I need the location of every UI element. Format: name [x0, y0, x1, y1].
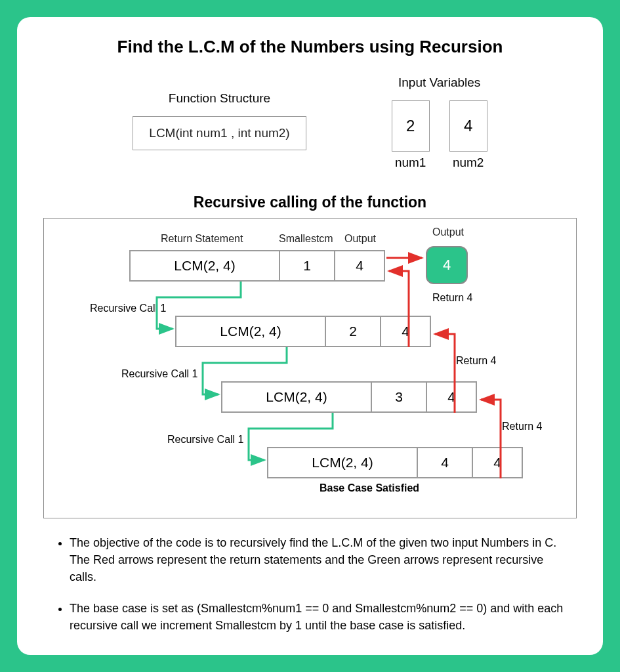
bullet-1: The base case is set as (Smallestcm%num1…: [70, 600, 564, 634]
label-ret1: Return 4: [432, 292, 472, 304]
var-boxes: 2 num1 4 num2: [392, 100, 487, 170]
header-output-badge: Output: [432, 226, 464, 238]
call-row-2: LCM(2, 4) 3 4: [221, 381, 477, 413]
call3-out: 4: [473, 448, 522, 477]
input-variables: Input Variables 2 num1 4 num2: [392, 75, 487, 170]
bullet-0: The objective of the code is to recursiv…: [70, 534, 564, 585]
header-return: Return Statement: [161, 233, 243, 245]
header-smallest: Smallestcm: [279, 233, 333, 245]
var-num2: 4 num2: [449, 100, 487, 170]
call1-out: 4: [381, 317, 430, 346]
page-title: Find the L.C.M of the Numbers using Recu…: [43, 37, 577, 57]
main-panel: Find the L.C.M of the Numbers using Recu…: [17, 17, 603, 655]
call1-sm: 2: [326, 317, 381, 346]
function-structure: Function Structure LCM(int num1 , int nu…: [133, 91, 306, 150]
top-section: Function Structure LCM(int num1 , int nu…: [43, 75, 577, 170]
call0-sm: 1: [280, 251, 335, 280]
label-rec1: Recursive Call 1: [90, 303, 166, 314]
function-label: Function Structure: [133, 91, 306, 106]
var-num1-name: num1: [392, 156, 430, 170]
call2-fn: LCM(2, 4): [222, 383, 372, 411]
call3-sm: 4: [418, 448, 473, 477]
diagram-title: Recursive calling of the function: [43, 194, 577, 211]
var-num2-value: 4: [449, 100, 487, 152]
label-rec3: Recursive Call 1: [167, 434, 243, 446]
explanation-list: The objective of the code is to recursiv…: [43, 534, 577, 634]
header-output-col: Output: [344, 233, 376, 245]
call2-out: 4: [427, 383, 476, 411]
call-row-0: LCM(2, 4) 1 4: [129, 250, 385, 282]
call2-sm: 3: [372, 383, 427, 411]
call-row-3: LCM(2, 4) 4 4: [267, 447, 523, 478]
label-ret3: Return 4: [502, 421, 542, 432]
recursion-diagram: Return Statement Smallestcm Output Outpu…: [43, 218, 577, 518]
call0-out: 4: [335, 251, 384, 280]
var-num1: 2 num1: [392, 100, 430, 170]
call3-fn: LCM(2, 4): [268, 448, 418, 477]
var-num1-value: 2: [392, 100, 430, 152]
vars-label: Input Variables: [392, 75, 487, 90]
call-row-1: LCM(2, 4) 2 4: [175, 316, 431, 347]
var-num2-name: num2: [449, 156, 487, 170]
output-badge: 4: [426, 246, 468, 284]
call0-fn: LCM(2, 4): [131, 251, 280, 280]
call1-fn: LCM(2, 4): [176, 317, 326, 346]
function-box: LCM(int num1 , int num2): [133, 116, 306, 150]
label-rec2: Recursive Call 1: [121, 368, 197, 380]
label-base: Base Case Satisfied: [320, 482, 419, 494]
label-ret2: Return 4: [456, 355, 496, 367]
